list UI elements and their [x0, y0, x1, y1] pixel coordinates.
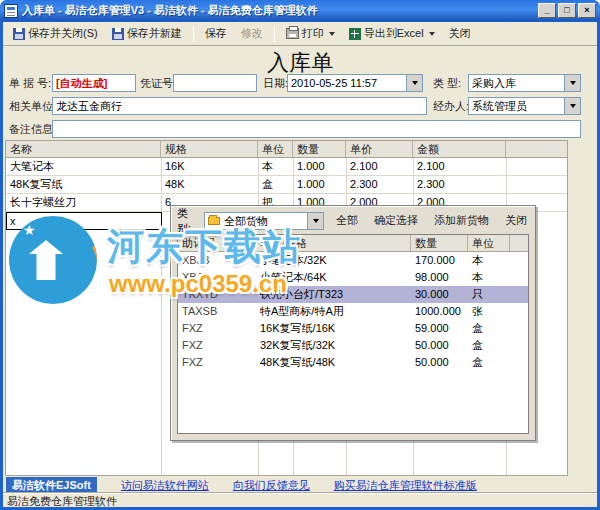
voucher-field[interactable] — [173, 74, 257, 92]
titlebar[interactable]: 入库单 - 易洁仓库管理V3 - 易洁软件 - 易洁免费仓库管理软件 _ □ × — [0, 0, 600, 21]
close-button[interactable]: × — [578, 3, 596, 18]
close-popup-button[interactable]: 关闭 — [501, 211, 531, 230]
cell-name: 长十字螺丝刀 — [6, 194, 161, 211]
cell-name: 铁壳小台灯/T323 — [256, 286, 411, 303]
cell-unit: 盒 — [468, 337, 510, 354]
cell-spec: 48K — [161, 176, 258, 193]
handler-value: 系统管理员 — [472, 98, 562, 114]
header-name: 名称 — [6, 141, 161, 157]
feedback-link[interactable]: 向我们反馈意见 — [233, 478, 310, 493]
header-code: 助记码 — [178, 235, 256, 251]
related-unit-field[interactable] — [52, 97, 427, 115]
goods-picker-popup: 类别: 全部货物 全部 确定选择 添加新货物 关闭 助记码 名称/规格 数量 单… — [170, 205, 536, 441]
goods-row[interactable]: FXZ 32K复写纸/32K 50.000 盒 — [178, 337, 528, 354]
folder-icon — [208, 217, 220, 225]
header-unit: 单位 — [258, 141, 293, 157]
related-unit-input[interactable] — [56, 99, 423, 115]
brand-badge: 易洁软件EJSoft — [6, 477, 97, 494]
floppy-icon — [112, 28, 124, 40]
date-dropdown-button[interactable] — [406, 75, 422, 91]
header-price: 单价 — [346, 141, 413, 157]
printer-icon — [286, 28, 299, 39]
save-and-new-button[interactable]: 保存并新建 — [106, 23, 188, 44]
items-table-header: 名称 规格 单位 数量 单价 金额 — [6, 141, 567, 158]
header-name-spec: 名称/规格 — [256, 235, 411, 251]
cell-amount: 2.100 — [413, 158, 506, 175]
voucher-input[interactable] — [177, 75, 253, 91]
confirm-select-button[interactable]: 确定选择 — [370, 211, 422, 230]
goods-row[interactable]: FXZ 16K复写纸/16K 59.000 盒 — [178, 320, 528, 337]
print-label: 打印 — [302, 26, 324, 41]
toolbar-separator — [274, 26, 275, 42]
cell-code: TAXSB — [178, 303, 256, 320]
save-button[interactable]: 保存 — [199, 23, 233, 44]
date-combobox[interactable]: 2010-05-25 11:57 — [287, 74, 423, 92]
cell-qty: 30.000 — [411, 286, 468, 303]
cell-qty: 98.000 — [411, 269, 468, 286]
toolbar: 保存并关闭(S) 保存并新建 保存 修改 打印 导出到Excel — [3, 22, 597, 46]
type-dropdown-button[interactable] — [564, 75, 580, 91]
goods-list[interactable]: 助记码 名称/规格 数量 单位 XBJB 小笔记本/32K 170.000 本 … — [177, 234, 529, 434]
cell-unit: 只 — [468, 286, 510, 303]
remark-label: 备注信息: — [9, 120, 56, 138]
status-bar: 易洁免费仓库管理软件 — [3, 493, 597, 507]
cell-name: 32K复写纸/32K — [256, 337, 411, 354]
floppy-icon — [13, 28, 25, 40]
buy-standard-link[interactable]: 购买易洁仓库管理软件标准版 — [334, 478, 477, 493]
maximize-button[interactable]: □ — [558, 3, 576, 18]
handler-combobox[interactable]: 系统管理员 — [468, 97, 581, 115]
cell-unit: 张 — [468, 303, 510, 320]
cell-price: 2.300 — [346, 176, 413, 193]
close-form-button[interactable]: 关闭 — [443, 23, 477, 44]
type-combobox[interactable]: 采购入库 — [468, 74, 581, 92]
table-row[interactable]: 48K复写纸 48K 盒 1.000 2.300 2.300 — [6, 176, 567, 194]
goods-list-header: 助记码 名称/规格 数量 单位 — [178, 235, 528, 252]
handler-dropdown-button[interactable] — [564, 98, 580, 114]
visit-website-link[interactable]: 访问易洁软件网站 — [121, 478, 209, 493]
cell-unit: 本 — [468, 269, 510, 286]
remark-field[interactable] — [52, 120, 581, 138]
print-button[interactable]: 打印 — [280, 23, 341, 44]
client-area: 保存并关闭(S) 保存并新建 保存 修改 打印 导出到Excel — [3, 22, 597, 507]
cell-unit: 盒 — [468, 354, 510, 371]
name-edit-cell[interactable]: x — [6, 212, 162, 230]
add-new-goods-button[interactable]: 添加新货物 — [430, 211, 493, 230]
table-row[interactable]: 大笔记本 16K 本 1.000 2.100 2.100 — [6, 158, 567, 176]
modify-button: 修改 — [235, 23, 269, 44]
doc-no-field[interactable]: [自动生成] — [52, 74, 136, 92]
category-combobox[interactable]: 全部货物 — [204, 212, 324, 230]
export-excel-button[interactable]: 导出到Excel — [343, 23, 441, 44]
cell-qty: 59.000 — [411, 320, 468, 337]
goods-row-selected[interactable]: TKXTD 铁壳小台灯/T323 30.000 只 — [178, 286, 528, 303]
goods-row[interactable]: FXZ 48K复写纸/48K 50.000 盒 — [178, 354, 528, 371]
dropdown-arrow-icon — [429, 32, 435, 36]
category-label: 类别: — [177, 206, 200, 236]
category-value: 全部货物 — [224, 213, 305, 229]
remark-input[interactable] — [56, 121, 577, 137]
app-window: 入库单 - 易洁仓库管理V3 - 易洁软件 - 易洁免费仓库管理软件 _ □ ×… — [0, 0, 600, 510]
cell-code: TKXTD — [178, 286, 256, 303]
doc-no-label: 单 据 号: — [9, 74, 51, 92]
save-label: 保存 — [205, 26, 227, 41]
goods-row[interactable]: XBJB 小笔记本/64K 98.000 本 — [178, 269, 528, 286]
category-dropdown-button[interactable] — [307, 213, 323, 229]
type-value: 采购入库 — [472, 75, 562, 91]
handler-label: 经办人: — [433, 97, 469, 115]
cell-code: XBJB — [178, 252, 256, 269]
save-and-close-button[interactable]: 保存并关闭(S) — [7, 23, 104, 44]
excel-icon — [349, 28, 361, 40]
cell-code: XBJB — [178, 269, 256, 286]
dropdown-arrow-icon — [329, 32, 335, 36]
cell-qty: 50.000 — [411, 354, 468, 371]
cell-name: 48K复写纸/48K — [256, 354, 411, 371]
cell-name: 48K复写纸 — [6, 176, 161, 193]
window-title: 入库单 - 易洁仓库管理V3 - 易洁软件 - 易洁免费仓库管理软件 — [22, 3, 534, 18]
all-button[interactable]: 全部 — [332, 211, 362, 230]
cell-code: FXZ — [178, 320, 256, 337]
goods-row[interactable]: XBJB 小笔记本/32K 170.000 本 — [178, 252, 528, 269]
window-controls: _ □ × — [538, 3, 596, 18]
close-form-label: 关闭 — [449, 26, 471, 41]
minimize-button[interactable]: _ — [538, 3, 556, 18]
cell-amount: 2.300 — [413, 176, 506, 193]
goods-row[interactable]: TAXSB 特A型商标/特A用 1000.000 张 — [178, 303, 528, 320]
